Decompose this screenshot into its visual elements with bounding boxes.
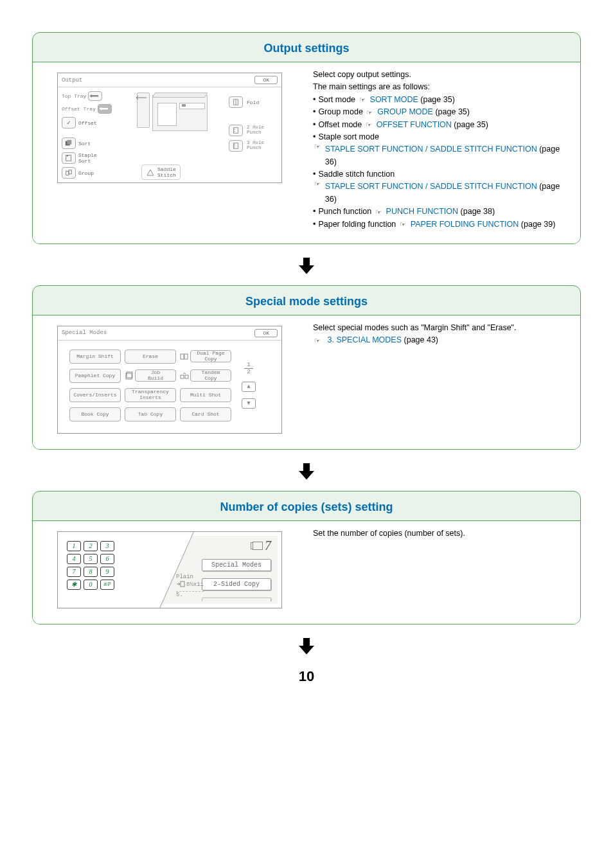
top-tray-button[interactable] — [88, 91, 102, 101]
btn-pamphlet[interactable]: Pamphlet Copy — [69, 369, 121, 383]
link-staple-sort-1[interactable]: STAPLE SORT FUNCTION / SADDLE STITCH FUN… — [325, 145, 537, 154]
output-dialog-screenshot: Output OK Top Tray Offs — [33, 62, 306, 244]
special-modes-description: Select special modes such as "Margin Shi… — [306, 315, 580, 449]
reference-icon — [314, 337, 323, 344]
reference-icon — [314, 143, 323, 150]
three-hole-label: 3 Hole Punch — [247, 141, 264, 151]
flow-arrow-icon — [32, 635, 581, 657]
btn-card-shot[interactable]: Card Shot — [180, 407, 231, 421]
top-tray-row: Top Tray — [62, 91, 117, 101]
key-0[interactable]: 0 — [84, 580, 98, 590]
svg-rect-14 — [184, 354, 188, 359]
svg-rect-4 — [66, 171, 69, 175]
key-hash[interactable]: #/P — [100, 580, 114, 590]
ok-button[interactable]: OK — [254, 76, 278, 84]
special-modes-button[interactable]: Special Modes — [202, 559, 271, 571]
reference-icon — [375, 209, 384, 215]
sort-button[interactable] — [62, 137, 76, 149]
dual-page-icon — [180, 352, 189, 361]
svg-rect-18 — [185, 375, 188, 378]
output-intro-1: Select copy output settings. — [313, 69, 570, 81]
reference-icon — [366, 109, 375, 116]
svg-rect-19 — [181, 581, 184, 587]
ok-button[interactable]: OK — [254, 329, 278, 337]
special-modes-grid: Margin Shift Erase Dual Page Copy Pamphl… — [69, 350, 231, 421]
copies-desc-line: Set the number of copies (number of sets… — [313, 527, 570, 540]
two-sided-copy-button[interactable]: 2-Sided Copy — [202, 578, 271, 590]
svg-rect-6 — [234, 128, 238, 134]
svg-rect-13 — [181, 354, 184, 359]
offset-tray-button[interactable] — [98, 104, 112, 114]
offset-tray-row: Offset Tray — [62, 104, 117, 114]
key-3[interactable]: 3 — [100, 541, 114, 551]
key-1[interactable]: 1 — [67, 541, 81, 551]
key-2[interactable]: 2 — [84, 541, 98, 551]
section-title: Special mode settings — [33, 286, 580, 315]
special-desc-line: Select special modes such as "Margin Shi… — [313, 322, 570, 334]
key-7[interactable]: 7 — [67, 567, 81, 577]
sort-label: Sort — [78, 141, 91, 146]
offset-button[interactable]: ✓ — [62, 117, 76, 128]
two-hole-label: 2 Hole Punch — [247, 125, 264, 136]
offset-label: Offset — [78, 120, 97, 126]
scroll-up-button[interactable]: ▲ — [242, 382, 256, 392]
group-button[interactable] — [62, 167, 76, 179]
btn-transparency[interactable]: Transparency Inserts — [125, 388, 176, 402]
flow-arrow-icon — [32, 254, 581, 276]
output-description: Select copy output settings. The main se… — [306, 62, 580, 244]
paper-info: Plain 8½x11 5. — [176, 574, 204, 599]
link-group-mode[interactable]: GROUP MODE — [377, 107, 433, 116]
btn-job-build[interactable]: Job Build — [135, 369, 176, 382]
link-offset-function[interactable]: OFFSET FUNCTION — [377, 120, 452, 129]
svg-rect-5 — [69, 170, 71, 174]
saddle-stitch-button[interactable]: Saddle Stitch — [141, 164, 181, 180]
svg-point-12 — [234, 147, 235, 148]
key-9[interactable]: 9 — [100, 567, 114, 577]
btn-multi-shot[interactable]: Multi Shot — [180, 388, 231, 402]
link-paper-folding[interactable]: PAPER FOLDING FUNCTION — [411, 220, 519, 229]
section-special-modes: Special mode settings Special Modes OK M… — [32, 285, 581, 450]
key-4[interactable]: 4 — [67, 554, 81, 564]
svg-point-10 — [234, 144, 235, 145]
numeric-keypad: 1 2 3 4 5 6 7 8 9 ✱ 0 #/P — [67, 541, 114, 590]
section-output-settings: Output settings Output OK Top Tray — [32, 32, 581, 244]
page-number: 10 — [32, 668, 581, 685]
dialog-title: Output — [62, 77, 82, 84]
btn-dual-page[interactable]: Dual Page Copy — [190, 350, 231, 362]
reference-icon — [400, 221, 409, 227]
btn-tandem[interactable]: Tandem Copy — [190, 369, 231, 382]
btn-book-copy[interactable]: Book Copy — [69, 407, 121, 421]
dialog-title: Special Modes — [62, 330, 107, 336]
key-6[interactable]: 6 — [100, 554, 114, 564]
flow-arrow-icon — [32, 460, 581, 482]
key-8[interactable]: 8 — [84, 567, 98, 577]
job-build-icon — [125, 371, 134, 380]
saddle-stitch-label: Saddle Stitch — [157, 166, 176, 178]
printer-diagram — [134, 93, 211, 137]
staple-sort-button[interactable] — [62, 152, 76, 164]
copies-description: Set the number of copies (number of sets… — [306, 521, 580, 624]
lcd-screen: 7 Special Modes 2-Sided Copy Plain — [147, 536, 278, 604]
reference-icon — [314, 181, 323, 187]
key-5[interactable]: 5 — [84, 554, 98, 564]
link-sort-mode[interactable]: SORT MODE — [370, 95, 418, 104]
btn-covers[interactable]: Covers/Inserts — [69, 388, 121, 402]
group-label: Group — [78, 170, 94, 176]
btn-erase[interactable]: Erase — [125, 350, 176, 364]
two-hole-punch-button[interactable] — [229, 125, 243, 136]
three-hole-punch-button[interactable] — [229, 140, 243, 152]
btn-margin-shift[interactable]: Margin Shift — [69, 350, 121, 364]
reference-icon — [359, 96, 368, 103]
key-star[interactable]: ✱ — [67, 580, 81, 590]
tandem-icon — [180, 371, 189, 380]
orientation-icon — [176, 581, 185, 590]
partial-button — [202, 598, 271, 601]
link-staple-sort-2[interactable]: STAPLE SORT FUNCTION / SADDLE STITCH FUN… — [325, 182, 537, 191]
link-special-modes[interactable]: 3. SPECIAL MODES — [327, 335, 402, 344]
fold-button[interactable] — [229, 96, 243, 108]
page-indicator: 1 2 — [244, 362, 253, 375]
scroll-down-button[interactable]: ▼ — [242, 398, 256, 409]
link-punch-function[interactable]: PUNCH FUNCTION — [386, 207, 459, 216]
btn-tab-copy[interactable]: Tab Copy — [125, 407, 176, 421]
svg-point-8 — [234, 131, 235, 132]
